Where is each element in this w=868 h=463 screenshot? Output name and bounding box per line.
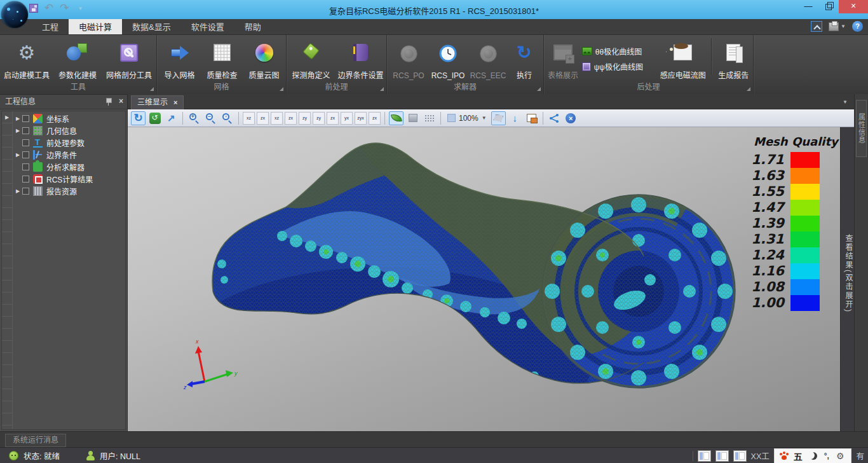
ime-mode-label[interactable]: 五 <box>794 450 803 462</box>
group-expand-icon[interactable] <box>747 87 750 91</box>
view-results-strip[interactable]: 查看结果(双击展开) <box>840 127 854 431</box>
baidu-paw-icon[interactable] <box>782 455 787 460</box>
quality-check-button[interactable]: 质量检查 <box>201 36 243 82</box>
view-preset-button-5[interactable]: zy <box>313 112 325 125</box>
svg-text:x: x <box>195 338 199 345</box>
rcs-po-button[interactable]: RCS_PO <box>390 36 428 82</box>
boundary-condition-settings-button[interactable]: 边界条件设置 <box>336 36 386 82</box>
view-preset-button-2[interactable]: xz <box>271 112 283 125</box>
group-expand-icon[interactable] <box>380 87 384 91</box>
flat-view-button[interactable] <box>405 111 420 125</box>
shaded-view-button[interactable] <box>389 111 403 125</box>
close-button[interactable]: × <box>839 0 868 13</box>
quick-access-dropdown-icon[interactable]: ▼ <box>78 6 83 11</box>
tree-item-geometry-info[interactable]: ▶ 几何信息 <box>13 125 125 137</box>
device-icon[interactable] <box>829 22 839 31</box>
rcs-eec-button[interactable]: RCS_EEC <box>468 36 508 82</box>
layout-center-button[interactable] <box>715 450 729 462</box>
viewport-3d[interactable]: x y z Mesh Quality 1.71 1.63 1.55 1.47 1… <box>128 127 840 431</box>
view-preset-button-0[interactable]: xz <box>243 112 255 125</box>
checkbox[interactable] <box>22 115 29 122</box>
view-preset-button-9[interactable]: zx <box>369 112 381 125</box>
tree-item-report-resources[interactable]: ▶ 报告资源 <box>13 185 125 197</box>
legend-row: 1.00 <box>733 295 826 311</box>
group-expand-icon[interactable] <box>537 87 541 91</box>
punctuation-icon[interactable]: °, <box>824 452 829 460</box>
tab-software-settings[interactable]: 软件设置 <box>181 19 234 34</box>
layout-left-button[interactable] <box>698 450 711 462</box>
probe-angle-define-button[interactable]: 探测角定义 <box>287 36 336 82</box>
perspective-button[interactable] <box>491 111 506 125</box>
tree-item-preprocess-params[interactable]: 前处理参数 <box>13 137 125 149</box>
wireframe-dots-button[interactable] <box>422 111 437 125</box>
tab-project[interactable]: 工程 <box>32 19 69 34</box>
system-messages-tab[interactable]: 系统运行消息 <box>5 434 66 447</box>
view-preset-button-1[interactable]: zx <box>257 112 269 125</box>
rotate-button[interactable]: ↻ <box>131 111 146 125</box>
group-expand-icon[interactable] <box>280 87 283 91</box>
checkbox[interactable] <box>22 127 29 134</box>
mesh-partition-tool-button[interactable]: 网格剖分工具 <box>103 36 155 82</box>
undo-icon[interactable]: ↶ <box>44 3 53 14</box>
view-preset-button-4[interactable]: zy <box>299 112 311 125</box>
execute-button[interactable]: ↻ 执行 <box>508 36 541 82</box>
rcs-ipo-button[interactable]: RCS_IPO <box>428 36 468 82</box>
psi-polarization-curve-button[interactable]: ψψ极化曲线图 <box>582 61 657 72</box>
help-icon[interactable]: ? <box>852 21 863 32</box>
parametric-modeling-button[interactable]: 参数化建模 <box>52 36 103 82</box>
device-dropdown-icon[interactable]: ▼ <box>841 24 846 29</box>
view-preset-button-3[interactable]: zx <box>285 112 297 125</box>
checkbox[interactable] <box>22 163 29 170</box>
import-mesh-button[interactable]: 导入网格 <box>158 36 201 82</box>
orbit-icon: ↺ <box>149 113 161 124</box>
orbit-button[interactable]: ↺ <box>147 111 162 125</box>
layout-right-button[interactable] <box>733 450 747 462</box>
induced-current-map-button[interactable]: 感应电磁流图 <box>656 36 709 82</box>
app-logo[interactable] <box>1 1 28 28</box>
generate-report-button[interactable]: 生成报告 <box>714 36 753 82</box>
boundary-conditions-icon <box>33 150 43 160</box>
share-button[interactable] <box>547 111 562 125</box>
tab-list-dropdown-icon[interactable]: ▼ <box>843 99 848 105</box>
close-tab-icon[interactable]: × <box>173 96 177 109</box>
group-expand-icon[interactable] <box>150 87 154 91</box>
moon-icon[interactable] <box>810 452 817 460</box>
table-display-button[interactable]: 表格展示 <box>544 36 582 82</box>
tab-data-display[interactable]: 数据&显示 <box>122 19 181 34</box>
launch-modeling-tool-button[interactable]: ⚙ 启动建模工具 <box>1 36 52 82</box>
tree-item-rcs-results[interactable]: RCS计算结果 <box>13 173 125 185</box>
zoom-level-dropdown[interactable]: 100% ▼ <box>445 114 489 123</box>
redo-icon[interactable]: ↷ <box>60 3 69 14</box>
arrow-down-button[interactable]: ↓ <box>508 111 522 125</box>
layers-button[interactable] <box>524 111 539 125</box>
tree-item-boundary-conditions[interactable]: ▶ 边界条件 <box>13 149 125 161</box>
view-preset-button-7[interactable]: yx <box>341 112 353 125</box>
view-preset-button-6[interactable]: zx <box>327 112 339 125</box>
view-preset-button-8[interactable]: zyx <box>355 112 367 125</box>
tab-help[interactable]: 帮助 <box>234 19 271 34</box>
pin-icon[interactable] <box>105 97 111 106</box>
collapse-ribbon-icon[interactable] <box>811 21 822 32</box>
project-info-panel: 工程信息 × ▶ ▶ 坐标系 ▶ 几何信息 <box>0 94 128 431</box>
cancel-button[interactable]: × <box>564 111 578 125</box>
zoom-in-button[interactable]: + <box>187 111 201 125</box>
tab-em-computation[interactable]: 电磁计算 <box>69 19 122 34</box>
restore-button[interactable] <box>818 0 839 13</box>
zoom-out-button[interactable]: − <box>203 111 218 125</box>
checkbox[interactable] <box>22 188 29 195</box>
theta-polarization-curve-button[interactable]: θθ极化曲线图 <box>582 46 657 57</box>
checkbox[interactable] <box>22 176 29 183</box>
tree-item-analysis-solver[interactable]: 分析求解器 <box>13 161 125 173</box>
quality-cloudmap-button[interactable]: 质量云图 <box>243 36 285 82</box>
ime-settings-gear-icon[interactable]: ⚙ <box>836 452 844 460</box>
close-panel-icon[interactable]: × <box>119 97 123 106</box>
pan-button[interactable]: ↗ <box>164 111 179 125</box>
save-icon[interactable] <box>29 4 38 13</box>
property-info-tab[interactable]: 属性信息 <box>856 100 867 157</box>
tree-item-coordinate-system[interactable]: ▶ 坐标系 <box>13 113 125 125</box>
checkbox[interactable] <box>22 139 29 146</box>
checkbox[interactable] <box>22 151 29 158</box>
minimize-button[interactable]: — <box>798 0 818 13</box>
tab-3d-display[interactable]: 三维显示 × <box>131 95 184 109</box>
zoom-fit-button[interactable]: ▫ <box>220 111 234 125</box>
